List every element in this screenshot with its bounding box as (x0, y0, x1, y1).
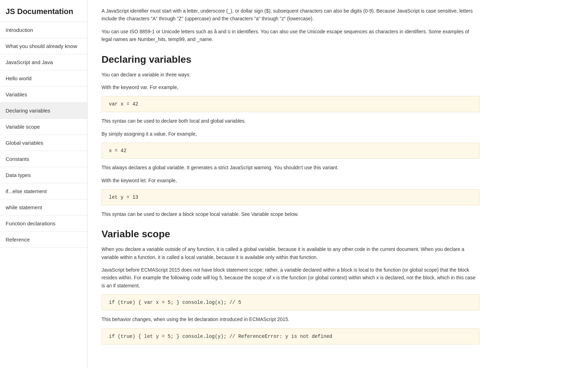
section1-para2: With the keyword var. For example, (102, 83, 479, 91)
sidebar-item-hello-world[interactable]: Hello world (0, 70, 87, 87)
nav-list: IntroductionWhat you should already know… (0, 22, 87, 248)
section1-para1: You can declare a variable in three ways… (102, 71, 479, 79)
code-block-2: x = 42 (102, 143, 479, 159)
sidebar-title: JS Documentation (0, 0, 87, 22)
code-block-4: if (true) { var x = 5; } console.log(x);… (102, 294, 479, 311)
sidebar-item-introduction[interactable]: Introduction (0, 22, 87, 38)
sidebar-item-variables[interactable]: Variables (0, 87, 87, 103)
section1-para4: By simply assigning it a value. For exam… (102, 130, 479, 138)
sidebar: JS Documentation IntroductionWhat you sh… (0, 0, 88, 368)
section1-para6: With the keyword let. For example, (102, 177, 479, 184)
section1-para7: This syntax can be used to declare a blo… (102, 210, 479, 218)
section1-heading: Declaring variables (102, 54, 479, 65)
code-block-1: var x = 42 (102, 96, 479, 112)
code-block-3: let y = 13 (102, 189, 479, 205)
section2-para2: JavaScript before ECMAScript 2015 does n… (102, 266, 479, 289)
section1-para5: This always declares a global variable. … (102, 164, 479, 171)
main-content: A JavaScript identifier must start with … (88, 0, 588, 368)
section1-para3: This syntax can be used to declare both … (102, 117, 479, 125)
sidebar-item-while-statement[interactable]: while statement (0, 199, 87, 216)
sidebar-item-what-you-should-already-know[interactable]: What you should already know (0, 38, 87, 54)
sidebar-item-function-declarations[interactable]: Function declarations (0, 216, 87, 232)
sidebar-item-constants[interactable]: Constants (0, 151, 87, 167)
sidebar-item-data-types[interactable]: Data types (0, 167, 87, 183)
section2-para1: When you declare a variable outside of a… (102, 245, 479, 261)
sidebar-item-declaring-variables[interactable]: Declaring variables (0, 103, 87, 119)
section2-heading: Variable scope (102, 229, 479, 240)
content-section: A JavaScript identifier must start with … (102, 7, 479, 345)
code-block-5: if (true) { let y = 5; } console.log(y);… (102, 328, 479, 345)
intro-paragraph-1: A JavaScript identifier must start with … (102, 7, 479, 23)
intro-paragraph-2: You can use ISO 8859-1 or Unicode letter… (102, 28, 479, 43)
sidebar-item-global-variables[interactable]: Global variables (0, 135, 87, 151)
sidebar-item-reference[interactable]: Reference (0, 232, 87, 248)
section2-para3: This behavior changes, when using the le… (102, 315, 479, 323)
sidebar-item-javascript-and-java[interactable]: JavaScript and Java (0, 54, 87, 70)
sidebar-item-if-else-statement[interactable]: if...else statement (0, 183, 87, 199)
sidebar-item-variable-scope[interactable]: Variable scope (0, 119, 87, 135)
